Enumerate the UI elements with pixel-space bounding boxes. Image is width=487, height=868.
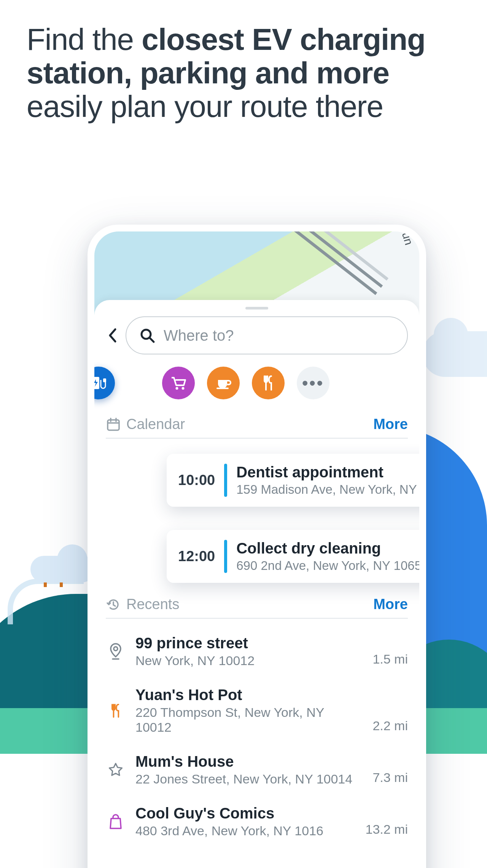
category-ev-charging[interactable]: [94, 367, 115, 399]
svg-rect-6: [216, 388, 229, 389]
recent-address: 220 Thompson St, New York, NY 10012: [135, 705, 363, 735]
recent-address: 22 Jones Street, New York, NY 10014: [135, 772, 363, 787]
headline-post: easily plan your route there: [27, 89, 383, 123]
bottom-sheet: Where to? P: [94, 300, 419, 868]
recent-item[interactable]: Mum's House 22 Jones Street, New York, N…: [106, 744, 408, 796]
headline-pre: Find the: [27, 22, 142, 56]
recent-distance: 7.3 mi: [372, 770, 408, 787]
phone-screen: Coun Where to? P: [94, 231, 419, 868]
recent-name: Yuan's Hot Pot: [135, 686, 363, 704]
category-coffee[interactable]: [207, 367, 240, 399]
recents-list: 99 prince street New York, NY 10012 1.5 …: [106, 619, 408, 847]
calendar-section: Calendar More 10:00 Dentist appointment …: [94, 411, 419, 591]
event-title: Dentist appointment: [236, 464, 419, 481]
event-address: 159 Madison Ave, New York, NY 1016: [236, 482, 419, 497]
shopping-cart-icon: [169, 374, 188, 392]
event-time: 12:00: [178, 548, 215, 565]
recents-section: Recents More 99 prince street New York, …: [94, 591, 419, 847]
cloud-decor: [30, 556, 95, 582]
recent-address: New York, NY 10012: [135, 653, 363, 668]
recents-label: Recents: [126, 596, 179, 613]
sheet-grabber[interactable]: [245, 307, 268, 310]
marketing-headline: Find the closest EV charging station, pa…: [27, 23, 460, 123]
svg-rect-7: [108, 420, 119, 430]
recent-name: Cool Guy's Comics: [135, 805, 356, 822]
calendar-icon: [106, 417, 121, 432]
calendar-more-link[interactable]: More: [373, 416, 408, 432]
ev-charger-icon: [94, 374, 108, 392]
svg-line-1: [150, 338, 154, 342]
fork-knife-icon: [259, 374, 277, 392]
recent-distance: 13.2 mi: [366, 822, 408, 838]
recents-more-link[interactable]: More: [373, 596, 408, 613]
recent-item[interactable]: Yuan's Hot Pot 220 Thompson St, New York…: [106, 677, 408, 744]
calendar-event[interactable]: 10:00 Dentist appointment 159 Madison Av…: [167, 454, 419, 507]
category-restaurant[interactable]: [252, 367, 285, 399]
map-street-label: Coun: [396, 231, 415, 246]
search-placeholder: Where to?: [164, 327, 234, 344]
history-icon: [106, 597, 121, 612]
svg-point-4: [176, 387, 178, 390]
map-road-decor: [273, 231, 383, 288]
calendar-label: Calendar: [126, 416, 185, 432]
event-title: Collect dry cleaning: [236, 540, 419, 557]
recent-distance: 1.5 mi: [372, 652, 408, 668]
shopping-bag-icon: [106, 813, 126, 830]
star-icon: [106, 761, 126, 778]
fork-knife-icon: [106, 702, 126, 719]
recent-name: Mum's House: [135, 753, 363, 770]
cloud-decor: [422, 331, 487, 377]
recent-distance: 2.2 mi: [372, 718, 408, 735]
recent-item[interactable]: 99 prince street New York, NY 10012 1.5 …: [106, 625, 408, 677]
event-accent-bar: [224, 540, 227, 573]
back-button[interactable]: [106, 329, 119, 342]
event-accent-bar: [224, 464, 227, 497]
svg-point-5: [182, 387, 185, 390]
search-icon: [139, 327, 155, 343]
chevron-left-icon: [107, 328, 117, 343]
recent-address: 480 3rd Ave, New York, NY 1016: [135, 823, 356, 838]
event-address: 690 2nd Ave, New York, NY 1065: [236, 558, 419, 573]
search-row: Where to?: [94, 316, 419, 364]
calendar-header: Calendar More: [106, 411, 408, 439]
more-dots-icon: •••: [302, 373, 324, 393]
category-row: P •••: [94, 364, 419, 411]
svg-point-11: [114, 647, 118, 651]
recent-name: 99 prince street: [135, 635, 363, 652]
search-input[interactable]: Where to?: [126, 316, 408, 354]
recent-item[interactable]: Cool Guy's Comics 480 3rd Ave, New York,…: [106, 796, 408, 847]
coffee-cup-icon: [214, 374, 232, 392]
event-time: 10:00: [178, 472, 215, 488]
svg-rect-3: [103, 378, 106, 382]
recents-header: Recents More: [106, 591, 408, 619]
category-shopping[interactable]: [162, 367, 195, 399]
calendar-event[interactable]: 12:00 Collect dry cleaning 690 2nd Ave, …: [167, 530, 419, 583]
category-more[interactable]: •••: [297, 367, 329, 399]
phone-frame: Coun Where to? P: [88, 225, 426, 868]
pin-icon: [106, 642, 126, 661]
calendar-cards: 10:00 Dentist appointment 159 Madison Av…: [106, 439, 408, 591]
